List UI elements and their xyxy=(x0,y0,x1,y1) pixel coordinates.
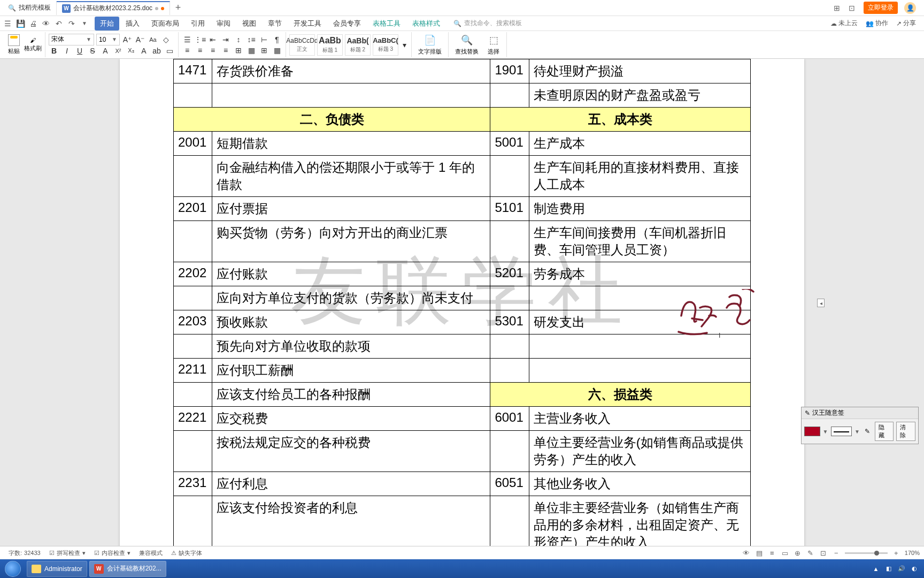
hide-button[interactable]: 隐藏 xyxy=(875,422,894,441)
sort-button[interactable]: ↕ xyxy=(233,34,244,45)
volume-icon[interactable]: 🔊 xyxy=(897,565,906,573)
eye-icon[interactable]: 👁 xyxy=(742,549,751,557)
grid-icon[interactable]: ⊞ xyxy=(834,4,842,12)
zoom-out-button[interactable]: − xyxy=(832,549,841,557)
subscript-button[interactable]: X₂ xyxy=(126,45,136,56)
outline-icon[interactable]: ≡ xyxy=(768,549,776,557)
tab-document[interactable]: W 会计基础教材2023.2.25.doc xyxy=(57,1,170,15)
align-right-button[interactable]: ≡ xyxy=(207,45,218,56)
zoom-in-button[interactable]: + xyxy=(892,549,900,557)
underline-button[interactable]: U xyxy=(74,45,85,56)
menu-icon[interactable]: ☰ xyxy=(3,19,12,28)
zoom-slider[interactable] xyxy=(845,552,888,554)
taskbar-item-wps[interactable]: W会计基础教材202... xyxy=(89,561,166,577)
tab-tabletool[interactable]: 表格工具 xyxy=(367,17,406,31)
tray-app-icon[interactable]: ◧ xyxy=(884,565,893,573)
style-more-button[interactable]: ▾ xyxy=(401,40,408,50)
font-select[interactable]: 宋体▼ xyxy=(49,34,94,45)
italic-button[interactable]: I xyxy=(61,45,72,56)
increase-font-button[interactable]: A⁺ xyxy=(122,34,133,45)
word-count[interactable]: 字数: 32433 xyxy=(4,549,45,557)
command-search[interactable]: 🔍 查找命令、搜索模板 xyxy=(453,19,522,28)
font-expand-button[interactable]: A xyxy=(100,45,111,56)
tab-review[interactable]: 审阅 xyxy=(211,17,236,31)
show-marks-button[interactable]: ¶ xyxy=(272,34,282,45)
indent-button[interactable]: ⇥ xyxy=(220,34,231,45)
size-select[interactable]: 10▼ xyxy=(96,34,120,45)
select-button[interactable]: ⬚选择 xyxy=(484,34,503,56)
cloud-status[interactable]: ☁未上云 xyxy=(830,19,858,28)
strikethrough-button[interactable]: S xyxy=(87,45,98,56)
save-icon[interactable]: 💾 xyxy=(16,19,25,28)
tray-app-icon[interactable]: ◐ xyxy=(910,565,919,573)
line-width-picker[interactable] xyxy=(831,427,852,436)
collab-button[interactable]: 👥协作 xyxy=(866,19,888,28)
zoom-level[interactable]: 170% xyxy=(905,550,920,556)
apps-icon[interactable]: ⊡ xyxy=(849,4,857,12)
page-marker[interactable]: ◂ xyxy=(817,299,825,307)
distribute-button[interactable]: ⊞ xyxy=(233,45,244,56)
color-picker[interactable] xyxy=(804,427,820,436)
find-replace-button[interactable]: 🔍查找替换 xyxy=(452,34,482,56)
undo-icon[interactable]: ↶ xyxy=(54,19,64,28)
style-heading3[interactable]: AaBbC(标题 3 xyxy=(373,34,398,56)
clear-button[interactable]: 清除 xyxy=(896,422,915,441)
redo-icon[interactable]: ↷ xyxy=(67,19,76,28)
style-heading1[interactable]: AaBb标题 1 xyxy=(317,34,343,56)
font-color-button[interactable]: A xyxy=(138,45,149,56)
preview-icon[interactable]: 👁 xyxy=(41,19,51,28)
edit-mode-icon[interactable]: ✎ xyxy=(806,549,815,557)
highlight-button[interactable]: ab xyxy=(151,45,162,56)
tab-button[interactable]: ⊢ xyxy=(259,34,270,45)
clear-format-button[interactable]: ◇ xyxy=(160,34,171,45)
taskbar-item-explorer[interactable]: Administrator xyxy=(27,561,87,577)
chevron-down-icon[interactable]: ▼ xyxy=(854,429,860,435)
bold-button[interactable]: B xyxy=(49,45,59,56)
char-border-button[interactable]: ▭ xyxy=(164,45,175,56)
tab-tablestyle[interactable]: 表格样式 xyxy=(407,17,445,31)
outdent-button[interactable]: ⇤ xyxy=(207,34,218,45)
spellcheck-button[interactable]: ☑ 拼写检查 ▾ xyxy=(45,549,90,557)
page-view-icon[interactable]: ▤ xyxy=(755,549,764,557)
tab-member[interactable]: 会员专享 xyxy=(328,17,366,31)
add-tab-button[interactable]: + xyxy=(170,2,186,13)
decrease-font-button[interactable]: A⁻ xyxy=(135,34,145,45)
tab-layout[interactable]: 页面布局 xyxy=(146,17,184,31)
borders-button[interactable]: ⊞ xyxy=(259,45,270,56)
read-view-icon[interactable]: ▭ xyxy=(781,549,789,557)
bullets-button[interactable]: ☰ xyxy=(182,34,192,45)
style-normal[interactable]: AaBbCcDd正文 xyxy=(289,34,315,56)
contentcheck-button[interactable]: ☑ 内容检查 ▾ xyxy=(90,549,135,557)
tab-ref[interactable]: 引用 xyxy=(186,17,210,31)
numbering-button[interactable]: ⋮≡ xyxy=(195,34,205,45)
style-heading2[interactable]: AaBb(标题 2 xyxy=(345,34,371,56)
dropdown-icon[interactable]: ▼ xyxy=(80,19,89,28)
tab-chapter[interactable]: 章节 xyxy=(263,17,287,31)
tab-dev[interactable]: 开发工具 xyxy=(288,17,327,31)
compat-mode[interactable]: 兼容模式 xyxy=(135,549,167,557)
tab-insert[interactable]: 插入 xyxy=(120,17,145,31)
tab-templates[interactable]: 🔍 找稻壳模板 xyxy=(3,1,57,15)
fit-icon[interactable]: ⊡ xyxy=(819,549,828,557)
align-justify-button[interactable]: ≡ xyxy=(220,45,231,56)
superscript-button[interactable]: X² xyxy=(113,45,124,56)
change-case-button[interactable]: Aa xyxy=(148,34,158,45)
start-button[interactable] xyxy=(0,559,26,578)
line-spacing-button[interactable]: ↕≡ xyxy=(246,34,257,45)
tray-up-icon[interactable]: ▲ xyxy=(872,565,880,573)
share-button[interactable]: ↗分享 xyxy=(896,19,916,28)
web-view-icon[interactable]: ⊕ xyxy=(794,549,802,557)
missing-font-button[interactable]: ⚠ 缺失字体 xyxy=(167,549,206,557)
text-layout-button[interactable]: 📄文字排版 xyxy=(415,34,445,56)
chevron-down-icon[interactable]: ▼ xyxy=(823,429,828,435)
align-left-button[interactable]: ≡ xyxy=(182,45,192,56)
login-button[interactable]: 立即登录 xyxy=(864,2,898,14)
shading-button[interactable]: ▦ xyxy=(246,45,257,56)
paste-button[interactable]: 粘贴 xyxy=(6,34,22,55)
document-area[interactable]: 友联学社 1471存货跌价准备1901待处理财产损溢 未查明原因的财产盘盈或盈亏… xyxy=(0,59,924,546)
format-painter-button[interactable]: 🖌格式刷 xyxy=(24,37,42,52)
align-center-button[interactable]: ≡ xyxy=(195,45,205,56)
tab-start[interactable]: 开始 xyxy=(95,17,119,31)
pen-tool-button[interactable]: ✎ xyxy=(863,427,872,436)
tab-view[interactable]: 视图 xyxy=(237,17,261,31)
